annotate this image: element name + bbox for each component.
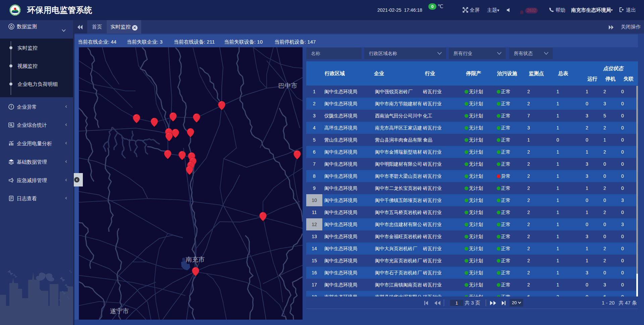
svg-text:遂宁市: 遂宁市: [110, 308, 129, 315]
